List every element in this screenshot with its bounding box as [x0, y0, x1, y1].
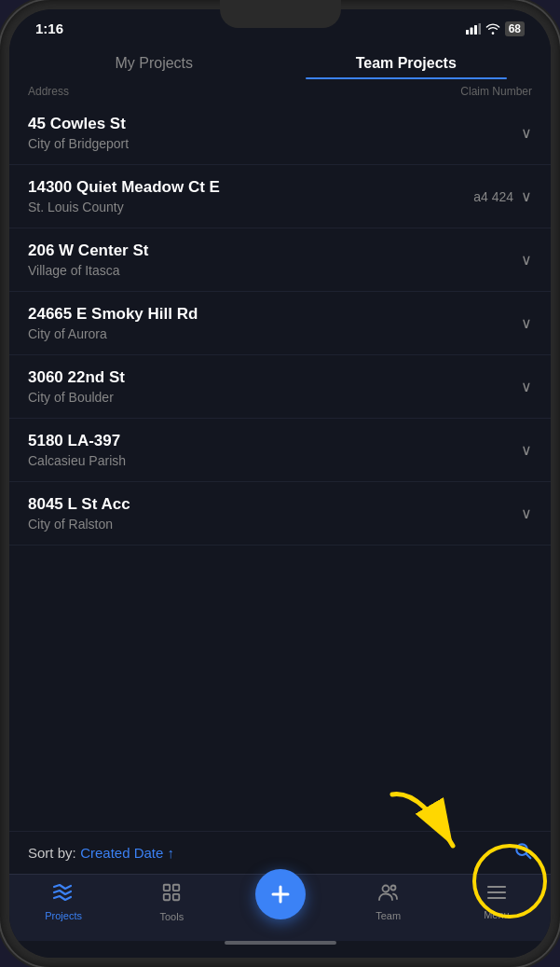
project-address: 14300 Quiet Meadow Ct E — [28, 178, 473, 197]
tools-icon — [161, 882, 182, 907]
battery-icon: 68 — [505, 21, 525, 36]
svg-rect-3 — [478, 23, 481, 35]
sort-label-group[interactable]: Sort by: Created Date ↑ — [28, 845, 174, 862]
table-row[interactable]: 206 W Center St Village of Itasca ∨ — [9, 228, 551, 292]
notch — [220, 0, 341, 28]
status-time: 1:16 — [35, 21, 63, 36]
svg-rect-9 — [173, 894, 179, 900]
table-row[interactable]: 5180 LA-397 Calcasieu Parish ∨ — [9, 419, 551, 482]
project-city: Calcasieu Parish — [28, 453, 513, 468]
phone-screen: 1:16 68 — [9, 9, 551, 958]
tabs-header: My Projects Team Projects — [9, 42, 551, 79]
chevron-down-icon: ∨ — [521, 187, 532, 205]
table-row[interactable]: 14300 Quiet Meadow Ct E St. Louis County… — [9, 165, 551, 228]
svg-rect-1 — [470, 27, 472, 35]
claim-number: a4 424 — [473, 189, 513, 204]
svg-rect-7 — [173, 885, 179, 891]
tab-my-projects[interactable]: My Projects — [28, 46, 280, 79]
svg-rect-0 — [466, 30, 469, 35]
nav-item-projects[interactable]: Projects — [9, 883, 117, 921]
team-icon — [377, 883, 400, 906]
project-address: 24665 E Smoky Hill Rd — [28, 305, 513, 324]
svg-rect-8 — [164, 894, 170, 900]
project-address: 8045 L St Acc — [28, 495, 513, 514]
col-header-claim: Claim Number — [460, 85, 532, 98]
projects-icon — [52, 883, 75, 906]
project-city: City of Ralston — [28, 517, 513, 532]
phone-frame: 1:16 68 — [0, 0, 560, 967]
project-list: 45 Cowles St City of Bridgeport ∨ 14300 … — [9, 102, 551, 831]
nav-label-projects: Projects — [45, 910, 82, 921]
nav-label-team: Team — [376, 910, 401, 921]
chevron-down-icon: ∨ — [521, 251, 532, 269]
chevron-down-icon: ∨ — [521, 124, 532, 142]
battery-level: 68 — [509, 22, 521, 35]
table-row[interactable]: 45 Cowles St City of Bridgeport ∨ — [9, 102, 551, 165]
nav-item-menu[interactable]: Menu — [443, 884, 551, 920]
table-row[interactable]: 8045 L St Acc City of Ralston ∨ — [9, 482, 551, 546]
project-city: Village of Itasca — [28, 263, 513, 278]
project-address: 45 Cowles St — [28, 115, 513, 133]
chevron-down-icon: ∨ — [521, 378, 532, 395]
nav-item-team[interactable]: Team — [335, 883, 443, 921]
project-address: 3060 22nd St — [28, 368, 513, 387]
col-header-address: Address — [28, 85, 69, 98]
svg-rect-6 — [164, 885, 170, 891]
svg-line-5 — [526, 854, 531, 859]
tab-team-projects[interactable]: Team Projects — [280, 46, 533, 79]
nav-item-tools[interactable]: Tools — [117, 882, 225, 922]
svg-rect-2 — [474, 25, 477, 35]
search-icon[interactable] — [513, 841, 532, 864]
project-address: 5180 LA-397 — [28, 432, 513, 450]
status-icons: 68 — [466, 21, 525, 36]
sort-value: Created Date ↑ — [80, 845, 174, 861]
nav-item-add[interactable] — [225, 886, 334, 919]
project-city: St. Louis County — [28, 200, 473, 214]
nav-label-tools: Tools — [159, 911, 184, 922]
svg-point-12 — [382, 886, 389, 892]
project-address: 206 W Center St — [28, 242, 513, 260]
signal-icon — [466, 23, 481, 35]
project-city: City of Boulder — [28, 390, 513, 405]
table-row[interactable]: 3060 22nd St City of Boulder ∨ — [9, 355, 551, 419]
chevron-down-icon: ∨ — [521, 441, 532, 459]
home-indicator — [225, 941, 336, 945]
project-city: City of Bridgeport — [28, 136, 513, 151]
sort-bar: Sort by: Created Date ↑ — [9, 831, 551, 874]
nav-label-menu: Menu — [484, 909, 510, 920]
project-city: City of Aurora — [28, 326, 513, 341]
chevron-down-icon: ∨ — [521, 504, 532, 522]
add-button[interactable] — [255, 869, 306, 919]
wifi-icon — [485, 23, 500, 35]
table-row[interactable]: 24665 E Smoky Hill Rd City of Aurora ∨ — [9, 292, 551, 355]
bottom-nav: Projects Tools — [9, 874, 551, 941]
column-headers: Address Claim Number — [9, 79, 551, 102]
menu-icon — [486, 884, 507, 905]
chevron-down-icon: ∨ — [521, 314, 532, 332]
sort-by-label: Sort by: — [28, 845, 76, 861]
svg-point-13 — [390, 886, 395, 891]
